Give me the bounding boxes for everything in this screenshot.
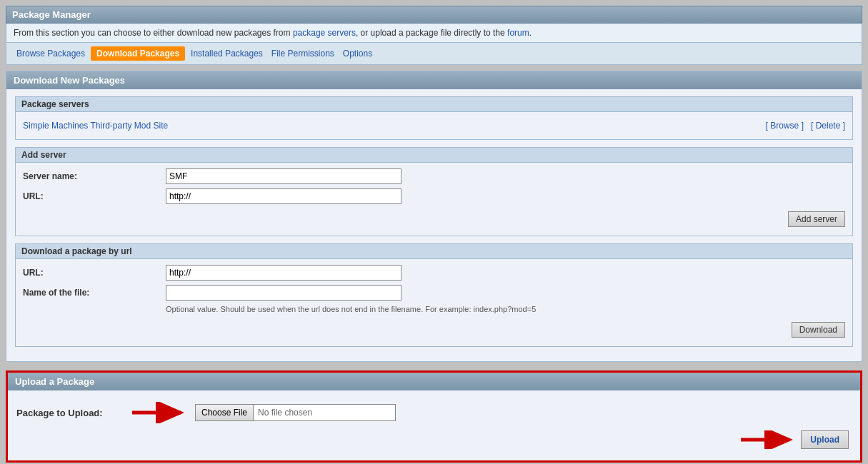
page-wrapper: Package Manager From this section you ca…	[6, 6, 862, 463]
download-url-title: Download a package by url	[16, 244, 852, 259]
pm-title: Package Manager	[12, 9, 91, 20]
upload-btn-row: Upload	[16, 430, 852, 449]
dl-url-input[interactable]	[166, 265, 401, 281]
download-section-body: Package servers Simple Machines Third-pa…	[6, 89, 862, 361]
server-row: Simple Machines Third-party Mod Site [ B…	[23, 118, 845, 133]
dl-name-row: Name of the file:	[23, 285, 845, 301]
upload-row: Package to Upload: Choose File No	[16, 402, 852, 423]
server-name-input[interactable]	[166, 168, 401, 184]
download-btn-row: Download	[23, 319, 845, 341]
add-server-button[interactable]: Add server	[788, 211, 845, 227]
pm-header: Package Manager	[6, 6, 862, 24]
download-url-body: URL: Name of the file: Optional value. S…	[16, 259, 852, 346]
dl-note: Optional value. Should be used when the …	[166, 305, 845, 313]
tab-options[interactable]: Options	[340, 47, 375, 60]
pm-info-bar: From this section you can choose to eith…	[6, 24, 862, 43]
dl-url-row: URL:	[23, 265, 845, 281]
choose-file-button[interactable]: Choose File	[195, 404, 253, 421]
download-section-title: Download New Packages	[14, 75, 125, 86]
download-button[interactable]: Download	[792, 322, 845, 338]
upload-button[interactable]: Upload	[801, 430, 849, 449]
server-url-row: URL:	[23, 188, 845, 204]
tab-file-permissions[interactable]: File Permissions	[269, 47, 337, 60]
add-server-btn-row: Add server	[23, 208, 845, 230]
server-name-link[interactable]: Simple Machines Third-party Mod Site	[23, 121, 168, 131]
upload-package-label: Package to Upload:	[16, 408, 131, 418]
file-input-wrapper: Choose File No file chosen	[195, 404, 396, 421]
upload-section-title: Upload a Package	[15, 376, 94, 387]
package-servers-subsection: Package servers Simple Machines Third-pa…	[15, 96, 853, 140]
dl-name-input[interactable]	[166, 285, 401, 301]
package-servers-body: Simple Machines Third-party Mod Site [ B…	[16, 112, 852, 139]
download-section: Download New Packages Package servers Si…	[6, 71, 862, 362]
delete-server-link[interactable]: [ Delete ]	[811, 121, 845, 131]
upload-section-header: Upload a Package	[8, 373, 860, 390]
package-servers-title: Package servers	[16, 97, 852, 112]
red-arrow-icon	[131, 402, 188, 423]
download-url-subsection: Download a package by url URL: Name of t…	[15, 243, 853, 347]
upload-arrow-icon	[739, 430, 797, 449]
server-name-label: Server name:	[23, 171, 166, 181]
server-name-row: Server name:	[23, 168, 845, 184]
tab-download-packages[interactable]: Download Packages	[91, 46, 185, 61]
upload-section-body: Package to Upload: Choose File No	[8, 390, 860, 460]
browse-server-link[interactable]: [ Browse ]	[766, 121, 804, 131]
dl-url-label: URL:	[23, 268, 166, 278]
tab-navigation: Browse Packages Download Packages Instal…	[6, 43, 862, 65]
add-server-title: Add server	[16, 148, 852, 163]
tab-installed-packages[interactable]: Installed Packages	[188, 47, 266, 60]
upload-section: Upload a Package Package to Upload:	[6, 370, 862, 463]
file-name-display: No file chosen	[253, 404, 396, 421]
server-url-label: URL:	[23, 191, 166, 201]
add-server-subsection: Add server Server name: URL: Add server	[15, 147, 853, 236]
forum-link[interactable]: forum	[507, 28, 529, 38]
dl-name-label: Name of the file:	[23, 288, 166, 298]
add-server-body: Server name: URL: Add server	[16, 163, 852, 236]
server-url-input[interactable]	[166, 188, 401, 204]
server-actions: [ Browse ] [ Delete ]	[766, 121, 845, 131]
tab-browse-packages[interactable]: Browse Packages	[14, 47, 88, 60]
package-servers-link[interactable]: package servers	[293, 28, 356, 38]
download-section-header: Download New Packages	[6, 71, 862, 89]
